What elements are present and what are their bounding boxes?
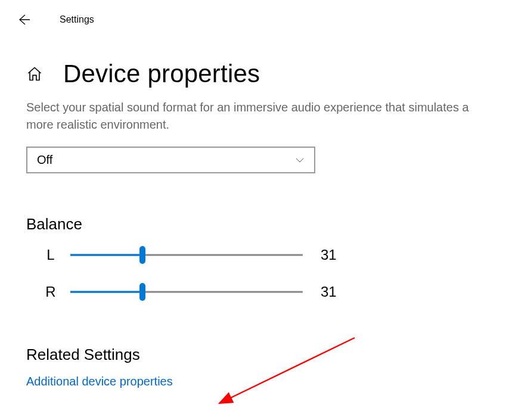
back-arrow-icon[interactable] — [17, 13, 31, 27]
related-settings-heading: Related Settings — [26, 346, 480, 364]
dropdown-selected-value: Off — [37, 153, 52, 167]
balance-heading: Balance — [26, 215, 480, 234]
balance-right-label: R — [26, 284, 57, 300]
balance-right-value: 31 — [321, 284, 337, 300]
page-description: Select your spatial sound format for an … — [26, 99, 480, 133]
balance-right-row: R 31 — [26, 280, 480, 304]
balance-left-slider[interactable] — [70, 248, 303, 262]
slider-fill — [70, 291, 142, 293]
home-icon[interactable] — [26, 66, 43, 82]
balance-left-row: L 31 — [26, 243, 480, 267]
chevron-down-icon — [295, 155, 305, 165]
additional-device-properties-link[interactable]: Additional device properties — [26, 375, 173, 388]
spatial-sound-dropdown[interactable]: Off — [26, 147, 315, 173]
slider-thumb — [139, 246, 145, 264]
slider-thumb — [139, 283, 145, 301]
balance-right-slider[interactable] — [70, 285, 303, 299]
balance-left-value: 31 — [321, 247, 337, 263]
titlebar: Settings — [0, 0, 506, 30]
page-header: Device properties — [26, 60, 480, 88]
page-title: Device properties — [63, 60, 260, 88]
titlebar-label: Settings — [60, 14, 94, 25]
slider-fill — [70, 254, 142, 256]
content-area: Device properties Select your spatial so… — [0, 30, 506, 388]
balance-left-label: L — [26, 247, 57, 263]
